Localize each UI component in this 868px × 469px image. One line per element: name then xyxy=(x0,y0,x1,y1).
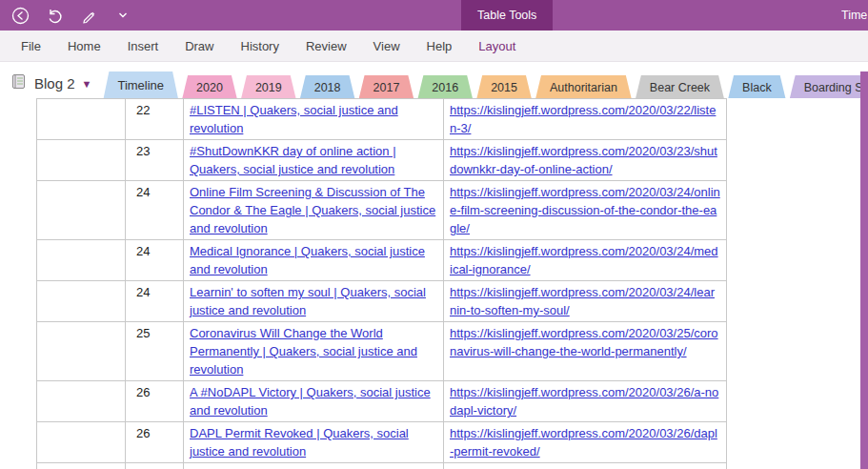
section-tab-timeline[interactable]: Timeline xyxy=(103,71,178,99)
table-row: 26 DAPL Permit Revoked | Quakers, social… xyxy=(37,422,727,463)
note-table: 22 #LISTEN | Quakers, social justice and… xyxy=(36,98,727,469)
table-row: 24 Online Film Screening & Discussion of… xyxy=(37,181,727,240)
notebook-dropdown[interactable]: Blog 2 ▼ xyxy=(0,72,103,99)
cell-url: https://kislingjeff.wordpress.com/2020/0… xyxy=(444,322,727,381)
ribbon-tab-help[interactable]: Help xyxy=(414,31,466,61)
ribbon-tab-draw[interactable]: Draw xyxy=(172,31,227,61)
cell-title: DAPL Permit Revoked | Quakers, social ju… xyxy=(184,422,444,463)
section-tab-authoritarian[interactable]: Authoritarian xyxy=(535,75,632,99)
post-title-link[interactable]: #LISTEN | Quakers, social justice and re… xyxy=(190,103,398,135)
cell-url: https://kislingjeff.wordpress.com/2020/0… xyxy=(444,99,727,140)
cell-day: 22 xyxy=(126,99,184,140)
table-tools-tab[interactable]: Table Tools xyxy=(461,0,553,31)
ribbon-tab-file[interactable]: File xyxy=(8,31,54,61)
cell-empty xyxy=(37,381,126,422)
cell-url: https://kislingjeff.wordpress.com/2020/0… xyxy=(444,422,727,463)
post-url-link[interactable]: https://kislingjeff.wordpress.com/2020/0… xyxy=(450,185,720,235)
vertical-scrollbar[interactable] xyxy=(860,71,868,469)
post-url-link[interactable]: https://kislingjeff.wordpress.com/2020/0… xyxy=(450,244,718,276)
cell-url: https://kislingjeff.wordpress.com/2020/0… xyxy=(444,181,727,240)
cell-day: 26 xyxy=(126,422,184,463)
ribbon-tab-insert[interactable]: Insert xyxy=(114,31,172,61)
post-title-link[interactable]: Learnin' to soften my soul | Quakers, so… xyxy=(190,285,426,317)
section-tab-2016[interactable]: 2016 xyxy=(417,75,473,99)
ribbon-tab-bar: File Home Insert Draw History Review Vie… xyxy=(0,31,868,62)
table-row: 27 No Deal with Wet'suwet'en but Pipelin… xyxy=(37,463,727,469)
cell-title: Learnin' to soften my soul | Quakers, so… xyxy=(184,281,444,322)
table-row: 25 Coronavirus Will Change the World Per… xyxy=(37,322,727,381)
cell-empty xyxy=(37,322,126,381)
cell-day: 24 xyxy=(126,281,184,322)
table-row: 24 Learnin' to soften my soul | Quakers,… xyxy=(37,281,727,322)
ribbon-tab-view[interactable]: View xyxy=(360,31,414,61)
cell-url: https://kislingjeff.wordpress.com/2020/0… xyxy=(444,463,727,469)
section-tab-2018[interactable]: 2018 xyxy=(300,75,355,99)
cell-empty xyxy=(37,99,126,140)
post-title-link[interactable]: Medical Ignorance | Quakers, social just… xyxy=(190,244,425,276)
post-title-link[interactable]: Coronavirus Will Change the World Perman… xyxy=(190,326,417,377)
table-row: 22 #LISTEN | Quakers, social justice and… xyxy=(37,99,727,140)
post-url-link[interactable]: https://kislingjeff.wordpress.com/2020/0… xyxy=(450,385,718,418)
cell-empty xyxy=(37,181,126,240)
notebook-icon xyxy=(10,72,28,94)
post-url-link[interactable]: https://kislingjeff.wordpress.com/2020/0… xyxy=(450,144,717,176)
cell-day: 25 xyxy=(126,322,184,381)
post-url-link[interactable]: https://kislingjeff.wordpress.com/2020/0… xyxy=(450,426,717,459)
cell-day: 23 xyxy=(126,140,184,181)
section-tab-black[interactable]: Black xyxy=(728,75,786,99)
section-tab-2017[interactable]: 2017 xyxy=(359,75,414,99)
cell-url: https://kislingjeff.wordpress.com/2020/0… xyxy=(444,140,727,181)
post-url-link[interactable]: https://kislingjeff.wordpress.com/2020/0… xyxy=(450,285,715,317)
ribbon-tab-history[interactable]: History xyxy=(228,31,293,61)
cell-empty xyxy=(37,140,126,181)
section-tab-2020[interactable]: 2020 xyxy=(182,75,237,99)
post-title-link[interactable]: Online Film Screening & Discussion of Th… xyxy=(190,185,435,235)
pen-icon[interactable] xyxy=(78,5,99,26)
post-title-link[interactable]: DAPL Permit Revoked | Quakers, social ju… xyxy=(190,426,409,459)
section-tab-bear-creek[interactable]: Bear Creek xyxy=(636,75,724,99)
table-row: 26 A #NoDAPL Victory | Quakers, social j… xyxy=(37,381,727,422)
cell-empty xyxy=(37,422,126,463)
cell-url: https://kislingjeff.wordpress.com/2020/0… xyxy=(444,281,727,322)
ribbon-tab-layout[interactable]: Layout xyxy=(465,31,529,61)
post-title-link[interactable]: #ShutDownKKR day of online action | Quak… xyxy=(190,144,396,176)
cell-title: #LISTEN | Quakers, social justice and re… xyxy=(184,99,444,140)
cell-empty xyxy=(37,281,126,322)
post-url-link[interactable]: https://kislingjeff.wordpress.com/2020/0… xyxy=(450,326,718,358)
section-tab-boarding-schools[interactable]: Boarding Schools xyxy=(790,75,868,99)
cell-empty xyxy=(37,240,126,281)
section-tab-2019[interactable]: 2019 xyxy=(241,75,296,99)
table-row: 24 Medical Ignorance | Quakers, social j… xyxy=(37,240,727,281)
post-title-link[interactable]: A #NoDAPL Victory | Quakers, social just… xyxy=(190,385,431,418)
cell-empty xyxy=(37,463,126,469)
notebook-name: Blog 2 xyxy=(34,75,75,92)
window-title: Time xyxy=(841,0,868,31)
cell-title: Online Film Screening & Discussion of Th… xyxy=(184,181,444,240)
section-tab-2015[interactable]: 2015 xyxy=(476,75,532,99)
cell-day: 24 xyxy=(126,181,184,240)
cell-day: 26 xyxy=(126,381,184,422)
post-url-link[interactable]: https://kislingjeff.wordpress.com/2020/0… xyxy=(450,103,716,135)
cell-url: https://kislingjeff.wordpress.com/2020/0… xyxy=(444,240,727,281)
section-tab-bar: Blog 2 ▼ Timeline 2020 2019 2018 2017 20… xyxy=(0,62,868,99)
cell-title: Medical Ignorance | Quakers, social just… xyxy=(184,240,444,281)
ribbon-tab-home[interactable]: Home xyxy=(54,31,114,61)
title-bar: Table Tools Time xyxy=(0,0,868,31)
cell-title: A #NoDAPL Victory | Quakers, social just… xyxy=(184,381,444,422)
cell-title: No Deal with Wet'suwet'en but Pipeline xyxy=(184,463,444,469)
cell-day: 24 xyxy=(126,240,184,281)
notebook-caret-icon: ▼ xyxy=(82,78,92,90)
back-icon[interactable] xyxy=(10,5,30,26)
section-tabs: Timeline 2020 2019 2018 2017 2016 2015 A… xyxy=(103,71,868,99)
ribbon-tab-review[interactable]: Review xyxy=(293,31,360,61)
table-row: 23 #ShutDownKKR day of online action | Q… xyxy=(37,140,727,181)
chevron-down-icon[interactable] xyxy=(112,5,133,26)
cell-title: #ShutDownKKR day of online action | Quak… xyxy=(184,140,444,181)
cell-url: https://kislingjeff.wordpress.com/2020/0… xyxy=(444,381,727,422)
undo-icon[interactable] xyxy=(44,5,65,26)
page-canvas: 22 #LISTEN | Quakers, social justice and… xyxy=(0,98,868,469)
cell-day: 27 xyxy=(126,463,184,469)
cell-title: Coronavirus Will Change the World Perman… xyxy=(184,322,444,381)
